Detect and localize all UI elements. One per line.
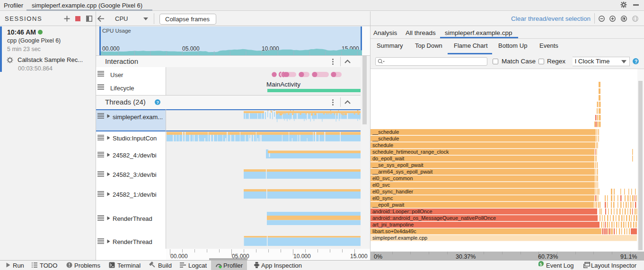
svg-text:__epoll_pwait: __epoll_pwait — [372, 202, 404, 208]
svg-text:__se_sys_epoll_pwait: __se_sys_epoll_pwait — [372, 162, 423, 168]
svg-text:__arm64_sys_epoll_pwait: __arm64_sys_epoll_pwait — [372, 169, 432, 174]
svg-text:el0_sync_handler: el0_sync_handler — [372, 189, 414, 194]
svg-text:el0_sync: el0_sync — [372, 195, 393, 201]
svg-text:schedule_hrtimeout_range_clock: schedule_hrtimeout_range_clock — [372, 149, 449, 155]
svg-text:do_epoll_wait: do_epoll_wait — [372, 156, 404, 161]
svg-text:simpleperf.example.cpp: simpleperf.example.cpp — [372, 235, 427, 241]
svg-text:libart.so+0x4da49c: libart.so+0x4da49c — [372, 228, 416, 234]
svg-text:android::android_os_MessageQue: android::android_os_MessageQueue_nativeP… — [372, 215, 496, 221]
svg-text:art_jni_trampoline: art_jni_trampoline — [372, 222, 414, 227]
svg-text:el0_svc_common: el0_svc_common — [372, 175, 413, 181]
svg-text:__schedule: __schedule — [372, 129, 399, 135]
svg-text:__schedule: __schedule — [372, 136, 399, 141]
svg-text:schedule: schedule — [372, 142, 393, 148]
svg-text:android::Looper::pollOnce: android::Looper::pollOnce — [372, 209, 432, 214]
svg-text:el0_svc: el0_svc — [372, 182, 390, 188]
